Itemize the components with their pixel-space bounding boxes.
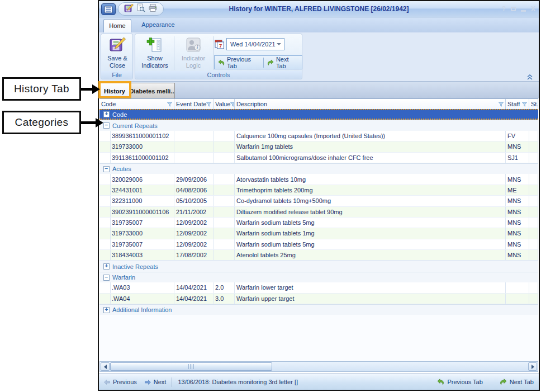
table-row[interactable]: .WA0314/04/20212.0Warfarin lower target xyxy=(99,282,538,293)
cell-value xyxy=(213,174,235,184)
column-header-eventdate[interactable]: Event Date xyxy=(174,99,213,109)
cell-code: 319733000 xyxy=(99,141,174,152)
expand-icon[interactable]: + xyxy=(103,263,110,270)
arrow-left-icon xyxy=(104,380,110,385)
category-row[interactable]: −Warfarin xyxy=(99,272,538,282)
column-header-code[interactable]: Code xyxy=(99,99,174,109)
filter-icon[interactable] xyxy=(206,102,211,107)
table-row[interactable]: 38993611000001102Calquence 100mg capsule… xyxy=(99,131,538,141)
group-label-controls: Controls xyxy=(135,71,302,79)
column-header-staff[interactable]: Staff xyxy=(506,99,529,109)
ribbon-separator xyxy=(213,36,213,70)
table-row[interactable]: 32231100005/10/2005Co-dydramol tablets 1… xyxy=(99,196,538,206)
arrow-right-icon xyxy=(145,380,151,385)
cell-description: Warfarin lower target xyxy=(235,282,506,292)
table-row[interactable]: 31973500712/09/2002Warfarin sodium table… xyxy=(99,218,538,228)
horizontal-scrollbar[interactable] xyxy=(99,361,538,372)
tab-home[interactable]: Home xyxy=(103,19,131,32)
collapse-icon[interactable]: − xyxy=(103,275,110,281)
expand-icon[interactable]: + xyxy=(103,307,110,313)
collapse-icon[interactable]: − xyxy=(103,122,110,129)
window-title: History for WINTER, ALFRED LIVINGSTONE [… xyxy=(99,5,539,13)
column-header-label: Event Date xyxy=(176,101,206,107)
collapse-icon[interactable]: − xyxy=(103,166,110,172)
filter-icon[interactable] xyxy=(499,102,504,107)
cell-value xyxy=(213,196,235,206)
cell-event-date: 29/09/2006 xyxy=(174,174,213,184)
minimize-button[interactable] xyxy=(521,10,526,12)
cell-code: 320029006 xyxy=(99,174,174,184)
collapse-ribbon-button[interactable] xyxy=(526,73,534,79)
dropdown-arrow-icon[interactable] xyxy=(277,43,281,45)
cell-code: .WA04 xyxy=(99,294,174,304)
tab-nav-buttons: Previous Tab Next Tab xyxy=(214,55,302,69)
date-picker[interactable]: Wed 14/04/2021 xyxy=(226,38,284,50)
cell-description: Warfarin 1mg tablets xyxy=(235,141,506,152)
column-header-st[interactable]: St.. xyxy=(529,99,538,109)
cell-code: .WA03 xyxy=(99,282,174,292)
annotation-arrow-history xyxy=(81,84,100,95)
show-indicators-button[interactable]: Show Indicators xyxy=(136,35,173,72)
table-row[interactable]: 32443100104/08/2006Trimethoprim tablets … xyxy=(99,185,538,196)
filter-icon[interactable] xyxy=(522,102,527,107)
category-label: Acutes xyxy=(112,166,131,172)
curved-arrow-right-icon xyxy=(267,59,274,66)
tab-diabetes[interactable]: Diabetes melli... xyxy=(130,83,175,98)
filter-icon[interactable] xyxy=(167,102,172,107)
table-row[interactable]: .WA0414/04/20213.0Warfarin upper target xyxy=(99,294,538,304)
next-tab-button[interactable]: Next Tab xyxy=(264,56,302,69)
scrollbar-thumb[interactable] xyxy=(110,362,272,371)
next-tab-button-status[interactable]: Next Tab xyxy=(500,379,534,385)
tab-appearance[interactable]: Appearance xyxy=(135,17,182,32)
previous-tab-button[interactable]: Previous Tab xyxy=(215,56,263,69)
cell-description: Warfarin upper target xyxy=(235,294,506,304)
table-row[interactable]: 31973500712/09/2002Warfarin sodium table… xyxy=(99,239,538,250)
annotation-arrow-categories xyxy=(81,117,103,128)
cell-status xyxy=(529,174,538,184)
table-row[interactable]: 39113611000001102Salbutamol 100microgram… xyxy=(99,153,538,163)
previous-tab-button-status[interactable]: Previous Tab xyxy=(437,379,482,385)
table-row[interactable]: 31843400317/08/2002Atenolol tablets 25mg… xyxy=(99,250,538,261)
separator xyxy=(172,377,172,387)
table-body: +Code−Current Repeats38993611000001102Ca… xyxy=(99,109,538,361)
cell-staff: MNS xyxy=(506,239,529,249)
table-header: CodeEvent DateValueDescriptionStaffSt.. xyxy=(99,98,538,109)
table-row[interactable]: 3902391100000110621/11/2002Diltiazem mod… xyxy=(99,207,538,218)
category-row[interactable]: +Inactive Repeats xyxy=(99,261,538,271)
triangle-right-icon xyxy=(531,365,534,369)
cell-code: 322311000 xyxy=(99,196,174,206)
table-row[interactable]: 31973300012/09/2002Warfarin sodium table… xyxy=(99,228,538,239)
ribbon-group-file: Save & Close File xyxy=(101,34,133,79)
cell-description: Diltiazem modified release tablet 90mg xyxy=(235,207,506,217)
restore-button[interactable] xyxy=(511,7,516,11)
cell-event-date: 14/04/2021 xyxy=(174,282,213,292)
help-button[interactable]: ? xyxy=(502,5,506,13)
save-close-button[interactable]: Save & Close xyxy=(102,35,132,72)
selected-row[interactable]: +Code xyxy=(99,109,538,120)
category-row[interactable]: +Additional Information xyxy=(99,304,538,315)
previous-tab-label: Previous Tab xyxy=(447,379,482,385)
cell-staff: MNS xyxy=(506,207,529,217)
cell-value: 3.0 xyxy=(213,294,235,304)
cell-event-date xyxy=(174,141,213,152)
previous-button[interactable]: Previous xyxy=(104,379,137,385)
expand-icon[interactable]: + xyxy=(103,111,110,117)
category-row[interactable]: −Current Repeats xyxy=(99,120,538,130)
scroll-right-button[interactable] xyxy=(528,362,537,371)
next-button[interactable]: Next xyxy=(145,379,167,385)
cell-status xyxy=(529,282,538,292)
category-label: Inactive Repeats xyxy=(112,263,158,270)
filter-icon[interactable] xyxy=(230,102,235,107)
table-row[interactable]: 32002900629/09/2006Atorvastatin tablets … xyxy=(99,174,538,185)
cell-event-date xyxy=(174,131,213,141)
table-row[interactable]: 319733000Warfarin 1mg tabletsMNS xyxy=(99,141,538,152)
curved-arrow-left-icon xyxy=(218,59,225,66)
close-button[interactable]: X xyxy=(531,5,535,13)
scroll-left-button[interactable] xyxy=(101,362,110,371)
category-label: Warfarin xyxy=(112,274,135,281)
column-header-value[interactable]: Value xyxy=(213,99,235,109)
cell-code: 319735007 xyxy=(99,218,174,228)
cell-description: Warfarin sodium tablets 5mg xyxy=(235,218,506,228)
category-row[interactable]: −Acutes xyxy=(99,163,538,174)
column-header-description[interactable]: Description xyxy=(235,99,506,109)
